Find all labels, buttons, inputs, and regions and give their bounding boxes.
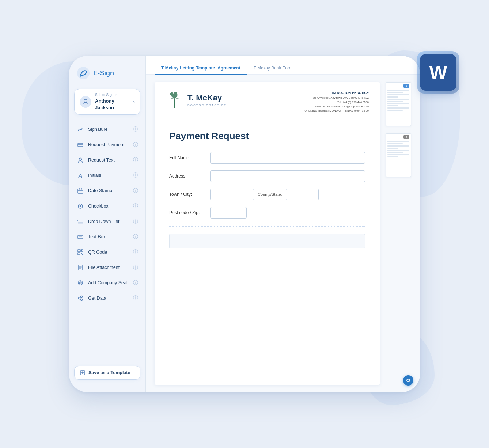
tablet-frame: E-Sign Select Signer Anthony Jackson › <box>69 56 420 392</box>
county-state-label: County/State: <box>258 192 282 197</box>
svg-rect-15 <box>82 254 83 255</box>
svg-rect-16 <box>79 250 79 251</box>
company-name: T. McKay <box>187 94 227 102</box>
doc-thumb-2[interactable]: 2 <box>386 133 411 177</box>
company-name-area: T. McKay DOCTOR PRACTICE <box>187 94 227 106</box>
sidebar-item-file-attachment[interactable]: File Attachment ⓘ <box>72 260 143 275</box>
checkbox-info-icon: ⓘ <box>133 203 138 209</box>
text-box-icon <box>76 233 84 241</box>
request-text-icon <box>76 156 84 164</box>
thumb-line <box>387 103 409 104</box>
address-label: Address: <box>169 174 206 179</box>
thumb-line <box>387 150 409 151</box>
word-icon-wrapper: W <box>420 54 456 91</box>
sidebar-item-text-box[interactable]: Text Box ⓘ <box>72 229 143 244</box>
tab-agreement[interactable]: T-Mckay-Letting-Template- Agreement <box>155 62 247 75</box>
postcode-field[interactable] <box>210 207 247 219</box>
signer-label: Select Signer <box>95 93 129 97</box>
sidebar-item-request-payment[interactable]: Request Payment ⓘ <box>72 137 143 152</box>
sidebar-item-checkbox[interactable]: Checkbox ⓘ <box>72 199 143 213</box>
form-row-town: Town / City: County/State: <box>169 189 365 200</box>
document-body: Payment Request Full Name: Address: <box>155 119 380 259</box>
scroll-indicator[interactable] <box>403 375 413 386</box>
avatar-icon <box>82 99 89 105</box>
doc-footer-stub <box>169 234 365 248</box>
company-web: www.tm-practice.com info@tm-practice.com <box>304 105 369 109</box>
document-thumbnails: 1 <box>386 82 411 385</box>
thumb-line <box>387 90 409 91</box>
thumb-line <box>387 141 409 142</box>
svg-point-22 <box>79 297 80 299</box>
thumb-line <box>387 92 403 93</box>
tabs-bar: T-Mckay-Letting-Template- Agreement T Mc… <box>146 56 420 75</box>
svg-rect-8 <box>78 222 83 223</box>
tab-bank-form[interactable]: T Mckay Bank Form <box>247 62 299 75</box>
thumb-line <box>387 143 403 144</box>
request-payment-label: Request Payment <box>88 142 129 147</box>
company-hours: OPENING HOURS: MONDAY - FRIDAY 8:00 - 18… <box>304 109 369 113</box>
svg-rect-9 <box>78 223 83 224</box>
save-template-icon <box>80 370 86 376</box>
drop-down-list-icon <box>76 217 84 225</box>
doc-thumb-1[interactable]: 1 <box>386 82 411 126</box>
thumb-line <box>387 156 398 157</box>
date-stamp-icon <box>76 187 84 195</box>
esign-logo-icon <box>76 66 90 80</box>
thumb-line <box>387 145 409 147</box>
document-page-main: T. McKay DOCTOR PRACTICE TM DOCTOR PRACT… <box>155 82 380 385</box>
thumb-badge-2: 2 <box>403 135 409 139</box>
thumb-line <box>387 99 409 100</box>
thumb-line <box>387 105 398 106</box>
sidebar: E-Sign Select Signer Anthony Jackson › <box>69 56 146 392</box>
full-name-field[interactable] <box>210 152 365 164</box>
sidebar-item-signature[interactable]: Signature ⓘ <box>72 122 143 137</box>
svg-rect-17 <box>82 250 82 251</box>
qr-code-label: QR Code <box>88 250 129 255</box>
add-company-seal-info-icon: ⓘ <box>133 280 138 286</box>
request-text-label: Request Text <box>88 157 129 163</box>
form-row-address: Address: <box>169 170 365 182</box>
svg-point-1 <box>84 99 87 102</box>
request-payment-info-icon: ⓘ <box>133 141 138 148</box>
address-field[interactable] <box>210 170 365 182</box>
document-area: T. McKay DOCTOR PRACTICE TM DOCTOR PRACT… <box>146 75 420 392</box>
svg-point-3 <box>79 158 82 161</box>
svg-point-23 <box>81 296 83 298</box>
logo-area: E-Sign <box>69 66 145 89</box>
qr-code-icon <box>76 248 84 256</box>
main-content: T-Mckay-Letting-Template- Agreement T Mc… <box>146 56 420 392</box>
add-company-seal-icon <box>76 279 84 287</box>
initials-icon: A <box>76 171 84 179</box>
county-field[interactable] <box>286 189 319 200</box>
get-data-info-icon: ⓘ <box>133 295 138 301</box>
sidebar-item-qr-code[interactable]: QR Code ⓘ <box>72 245 143 259</box>
text-box-label: Text Box <box>88 234 129 239</box>
svg-point-0 <box>77 67 90 79</box>
sidebar-item-request-text[interactable]: Request Text ⓘ <box>72 153 143 167</box>
file-attachment-info-icon: ⓘ <box>133 264 138 271</box>
company-details: TM DOCTOR PRACTICE 25 Any street, Any to… <box>304 91 369 113</box>
file-attachment-label: File Attachment <box>88 265 129 270</box>
sidebar-item-initials[interactable]: A Initials ⓘ <box>72 168 143 183</box>
save-template-button[interactable]: Save as a Template <box>74 366 140 380</box>
signer-chevron-icon: › <box>133 99 135 105</box>
sidebar-item-drop-down-list[interactable]: Drop Down List ⓘ <box>72 214 143 229</box>
company-logo-svg <box>166 91 184 109</box>
text-box-info-icon: ⓘ <box>133 234 138 240</box>
date-stamp-info-icon: ⓘ <box>133 187 138 194</box>
get-data-label: Get Data <box>88 296 129 301</box>
postcode-label: Post code / Zip: <box>169 210 206 215</box>
thumb-line <box>387 107 409 109</box>
request-payment-icon <box>76 141 84 149</box>
company-subtitle: DOCTOR PRACTICE <box>187 103 227 107</box>
sidebar-item-get-data[interactable]: Get Data ⓘ <box>72 291 143 305</box>
select-signer-box[interactable]: Select Signer Anthony Jackson › <box>74 89 140 115</box>
svg-point-27 <box>408 380 409 381</box>
town-field[interactable] <box>210 189 254 200</box>
save-template-label: Save as a Template <box>88 370 130 375</box>
svg-rect-14 <box>81 253 82 254</box>
sidebar-item-add-company-seal[interactable]: Add Company Seal ⓘ <box>72 276 143 290</box>
full-name-label: Full Name: <box>169 155 206 160</box>
request-text-info-icon: ⓘ <box>133 157 138 163</box>
sidebar-item-date-stamp[interactable]: Date Stamp ⓘ <box>72 183 143 198</box>
